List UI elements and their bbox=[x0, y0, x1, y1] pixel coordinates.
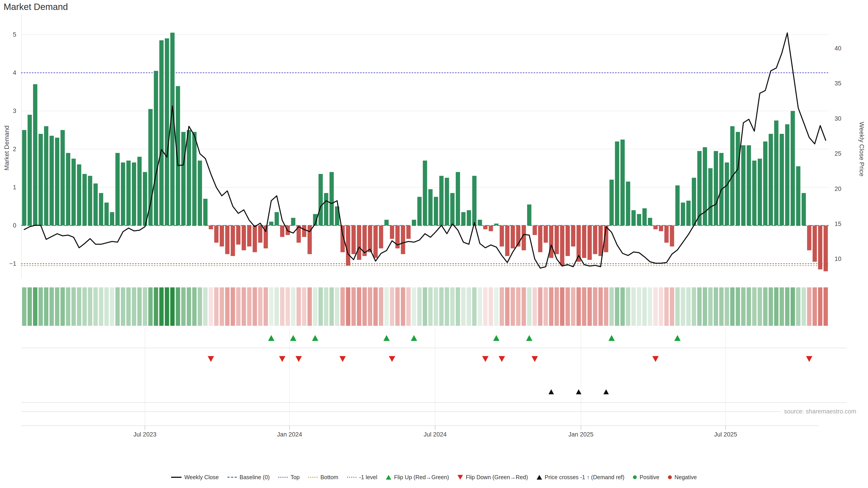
dash-icon bbox=[227, 477, 237, 478]
demand-bar bbox=[780, 134, 784, 225]
legend-item-baseline-0[interactable]: Baseline (0) bbox=[227, 474, 270, 481]
demand-bar bbox=[126, 161, 131, 225]
demand-bar bbox=[703, 147, 707, 225]
heatmap-cell bbox=[615, 287, 619, 326]
heatmap-cell bbox=[225, 287, 229, 326]
demand-bar bbox=[807, 225, 811, 250]
heatmap-cell bbox=[351, 287, 356, 326]
heatmap-cell bbox=[203, 287, 208, 326]
heatmap-cell bbox=[83, 287, 87, 326]
chart-legend: Weekly CloseBaseline (0)TopBottom-1 leve… bbox=[0, 474, 868, 481]
heatmap-cell bbox=[522, 287, 526, 326]
demand-bar bbox=[675, 186, 680, 225]
heatmap-cell bbox=[698, 287, 702, 326]
left-axis-tick-label: 5 bbox=[13, 31, 16, 38]
heatmap-cell bbox=[77, 287, 81, 326]
flip-down-marker bbox=[806, 356, 812, 362]
heatmap-cell bbox=[620, 287, 625, 326]
heatmap-cell bbox=[357, 287, 361, 326]
legend-item-1-level[interactable]: -1 level bbox=[347, 474, 377, 481]
demand-bar bbox=[450, 193, 455, 225]
heatmap-cell bbox=[538, 287, 542, 326]
demand-bar bbox=[176, 86, 180, 225]
heatmap-cell bbox=[824, 287, 828, 326]
heatmap-cell bbox=[362, 287, 367, 326]
demand-bar bbox=[549, 225, 553, 258]
heatmap-cell bbox=[335, 287, 339, 326]
demand-bar bbox=[434, 197, 438, 225]
legend-label: Baseline (0) bbox=[240, 474, 270, 481]
demand-bar bbox=[747, 145, 751, 225]
heatmap-cell bbox=[275, 287, 279, 326]
flip-up-marker bbox=[268, 335, 274, 341]
line-icon bbox=[171, 477, 182, 478]
heatmap-cell bbox=[44, 287, 49, 326]
heatmap-cell bbox=[198, 287, 202, 326]
legend-item-bottom[interactable]: Bottom bbox=[308, 474, 338, 481]
heatmap-cell bbox=[28, 287, 32, 326]
demand-bar bbox=[505, 225, 509, 256]
demand-bar bbox=[181, 132, 186, 225]
market-demand-chart: 543210−140353025201510Jul 2023Jan 2024Ju… bbox=[0, 0, 868, 470]
demand-bar bbox=[93, 184, 98, 225]
flip-down-marker bbox=[652, 356, 659, 362]
demand-bar bbox=[368, 225, 372, 252]
heatmap-cell bbox=[230, 287, 235, 326]
heatmap-cell bbox=[55, 287, 59, 326]
heatmap-cell bbox=[126, 287, 131, 326]
demand-bar bbox=[477, 220, 482, 225]
heatmap-cell bbox=[61, 287, 65, 326]
heatmap-cell bbox=[143, 287, 147, 326]
price-cross-marker bbox=[603, 389, 609, 394]
heatmap-cell bbox=[736, 287, 740, 326]
demand-bar bbox=[752, 161, 756, 225]
heatmap-cell bbox=[610, 287, 614, 326]
demand-bar bbox=[620, 140, 625, 225]
heatmap-cell bbox=[686, 287, 690, 326]
legend-item-flip-up-red-green[interactable]: Flip Up (Red→Green) bbox=[386, 474, 449, 481]
heatmap-cell bbox=[461, 287, 465, 326]
heatmap-cell bbox=[148, 287, 153, 326]
demand-bar bbox=[791, 111, 795, 225]
heatmap-cell bbox=[653, 287, 657, 326]
demand-bar bbox=[587, 225, 592, 260]
heatmap-cell bbox=[297, 287, 301, 326]
heatmap-cell bbox=[527, 287, 531, 326]
demand-bar bbox=[461, 212, 466, 225]
legend-item-negative[interactable]: Negative bbox=[668, 474, 697, 481]
demand-bar bbox=[648, 218, 652, 225]
heatmap-cell bbox=[450, 287, 455, 326]
flip-up-marker bbox=[411, 335, 417, 341]
demand-bar bbox=[610, 180, 614, 225]
legend-item-weekly-close[interactable]: Weekly Close bbox=[171, 474, 219, 481]
heatmap-cell bbox=[269, 287, 273, 326]
market-demand-dashboard: Market Demand Market Demand Weekly Close… bbox=[0, 0, 868, 488]
legend-item-positive[interactable]: Positive bbox=[633, 474, 659, 481]
legend-item-price-crosses-1-demand-ref[interactable]: Price crosses -1 ↑ (Demand ref) bbox=[537, 474, 625, 481]
demand-bar bbox=[439, 176, 443, 225]
demand-bar bbox=[324, 193, 328, 225]
flip-up-marker bbox=[609, 335, 615, 341]
heatmap-cell bbox=[384, 287, 389, 326]
demand-bar bbox=[796, 166, 800, 225]
heatmap-cell bbox=[445, 287, 449, 326]
demand-bar bbox=[390, 225, 394, 239]
heatmap-cell bbox=[88, 287, 92, 326]
legend-item-flip-down-green-red[interactable]: Flip Down (Green→Red) bbox=[458, 474, 528, 481]
demand-bar bbox=[33, 84, 37, 225]
demand-bar bbox=[104, 203, 109, 225]
demand-bar bbox=[681, 203, 685, 225]
demand-bar bbox=[494, 224, 498, 225]
demand-bar bbox=[61, 130, 65, 226]
heatmap-cell bbox=[214, 287, 219, 326]
heatmap-cell bbox=[791, 287, 795, 326]
demand-bar bbox=[269, 222, 274, 225]
legend-item-top[interactable]: Top bbox=[278, 474, 300, 481]
demand-bar bbox=[66, 153, 70, 225]
heatmap-cell bbox=[577, 287, 581, 326]
demand-bar bbox=[28, 115, 32, 225]
demand-bar bbox=[330, 172, 334, 225]
demand-bar bbox=[527, 204, 531, 225]
demand-bar bbox=[159, 40, 164, 225]
demand-bar bbox=[582, 225, 586, 258]
